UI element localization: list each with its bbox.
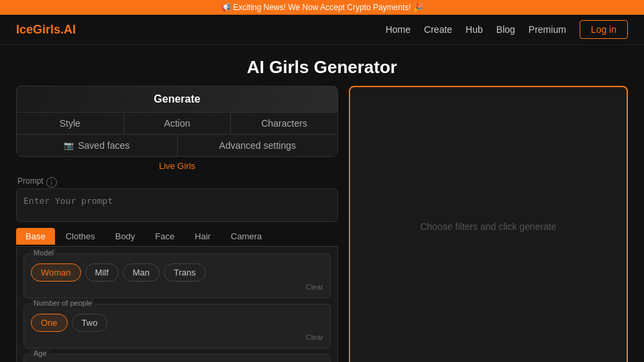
camera-icon: 📷 <box>64 141 74 150</box>
prompt-section: Prompt i <box>16 176 338 224</box>
live-girls-link[interactable]: Live Girls <box>159 161 195 171</box>
logo: IceGirls.AI <box>16 23 76 37</box>
page-title-section: AI Girls Generator <box>0 45 644 86</box>
page-title: AI Girls Generator <box>0 57 644 78</box>
announcement-bar: 📢 Exciting News! We Now Accept Crypto Pa… <box>0 0 644 15</box>
tabs-row1: Style Action Characters <box>16 113 338 135</box>
filter-tab-hair[interactable]: Hair <box>185 228 220 245</box>
model-option-trans[interactable]: Trans <box>164 263 206 282</box>
tab-advanced-settings[interactable]: Advanced settings <box>178 135 338 156</box>
model-clear[interactable]: Clear <box>31 282 323 291</box>
nav-hub[interactable]: Hub <box>466 24 483 35</box>
generate-section: Generate Style Action Characters 📷 Saved… <box>16 86 338 157</box>
tab-action[interactable]: Action <box>124 113 231 134</box>
people-options: One Two <box>31 314 323 332</box>
nav-links: Home Create Hub Blog Premium Log in <box>386 20 628 39</box>
login-button[interactable]: Log in <box>580 20 628 39</box>
filter-tab-clothes[interactable]: Clothes <box>56 228 105 245</box>
logo-text: IceGirls. <box>16 23 64 36</box>
people-option-two[interactable]: Two <box>72 314 108 332</box>
main-content: Generate Style Action Characters 📷 Saved… <box>0 86 644 362</box>
live-girls-row: Live Girls <box>16 157 338 175</box>
generate-button[interactable]: Generate <box>16 86 338 113</box>
header: IceGirls.AI Home Create Hub Blog Premium… <box>0 15 644 45</box>
filter-tab-body[interactable]: Body <box>106 228 145 245</box>
people-group: Number of people One Two Clear <box>23 304 331 349</box>
nav-home[interactable]: Home <box>386 24 411 35</box>
tab-characters[interactable]: Characters <box>231 113 337 134</box>
model-option-woman[interactable]: Woman <box>31 263 81 282</box>
filter-tab-base[interactable]: Base <box>16 228 55 245</box>
people-group-title: Number of people <box>31 299 95 307</box>
nav-create[interactable]: Create <box>424 24 452 35</box>
prompt-textarea[interactable] <box>16 188 338 222</box>
nav-premium[interactable]: Premium <box>529 24 566 35</box>
age-group: Age <box>23 354 331 362</box>
model-option-milf[interactable]: Milf <box>85 263 119 282</box>
tabs-row2: 📷 Saved faces Advanced settings <box>16 135 338 157</box>
logo-accent: AI <box>64 23 76 36</box>
people-clear[interactable]: Clear <box>31 332 323 341</box>
left-panel: Generate Style Action Characters 📷 Saved… <box>16 86 338 362</box>
tab-saved-faces[interactable]: 📷 Saved faces <box>17 135 178 156</box>
filter-tabs: Base Clothes Body Face Hair Camera <box>16 228 338 247</box>
options-panel: Model Woman Milf Man Trans Clear Number … <box>16 247 338 362</box>
filter-tab-face[interactable]: Face <box>146 228 184 245</box>
model-option-man[interactable]: Man <box>123 263 160 282</box>
model-group: Model Woman Milf Man Trans Clear <box>23 253 331 298</box>
announcement-text: 📢 Exciting News! We Now Accept Crypto Pa… <box>221 3 423 12</box>
right-panel: Choose filters and click generate <box>349 86 628 362</box>
prompt-label: Prompt <box>16 176 44 186</box>
tab-style[interactable]: Style <box>17 113 124 134</box>
filter-tab-camera[interactable]: Camera <box>221 228 271 245</box>
model-group-title: Model <box>31 249 56 257</box>
prompt-header: Prompt i <box>16 176 338 188</box>
preview-placeholder: Choose filters and click generate <box>420 221 556 232</box>
nav-blog[interactable]: Blog <box>496 24 515 35</box>
model-options: Woman Milf Man Trans <box>31 263 323 282</box>
people-option-one[interactable]: One <box>31 314 68 332</box>
age-group-title: Age <box>31 349 50 357</box>
info-icon[interactable]: i <box>46 177 57 188</box>
